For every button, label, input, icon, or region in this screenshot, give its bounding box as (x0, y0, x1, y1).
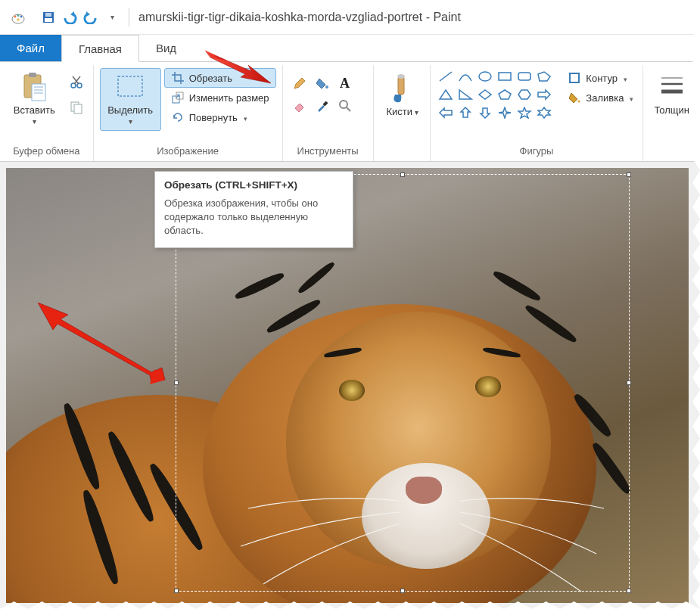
resize-icon (171, 91, 185, 104)
ribbon: Вставить Буфер обмена Выделить Обрезать (0, 62, 700, 162)
svg-rect-46 (570, 73, 579, 82)
picker-icon[interactable] (312, 95, 333, 117)
svg-point-25 (340, 101, 347, 108)
svg-marker-43 (499, 107, 511, 118)
svg-rect-19 (74, 104, 82, 113)
svg-rect-32 (518, 73, 530, 80)
svg-point-14 (71, 83, 76, 88)
tab-view[interactable]: Вид (139, 35, 193, 61)
paste-button[interactable]: Вставить (6, 68, 63, 131)
fillshape-icon (568, 91, 581, 104)
svg-point-4 (17, 18, 20, 21)
group-tools: A Инструменты (283, 65, 374, 161)
window-title: amurskii-tigr-tigr-dikaia-koshka-morda-v… (138, 11, 461, 24)
rotate-label: Повернуть (189, 112, 238, 123)
thickness-label: Толщин (654, 105, 689, 116)
outline-icon (568, 71, 581, 85)
shape-rtriangle-icon[interactable] (456, 86, 474, 103)
svg-rect-27 (398, 76, 404, 95)
magnifier-icon[interactable] (334, 95, 356, 117)
shape-arrowr-icon[interactable] (535, 86, 553, 103)
svg-marker-41 (461, 107, 470, 117)
shape-line-icon[interactable] (437, 68, 455, 85)
clipboard-group-label: Буфер обмена (6, 144, 87, 160)
cut-icon[interactable] (66, 71, 87, 92)
selection-handle[interactable] (174, 589, 179, 593)
svg-line-29 (440, 72, 452, 81)
annotation-arrow-crop (204, 50, 272, 91)
group-clipboard: Вставить Буфер обмена (0, 65, 94, 161)
tools-group-label: Инструменты (289, 144, 367, 160)
selection-handle[interactable] (627, 589, 631, 593)
svg-marker-37 (499, 90, 511, 99)
title-bar: ▾ amurskii-tigr-tigr-dikaia-koshka-morda… (0, 0, 700, 35)
selection-handle[interactable] (174, 381, 179, 385)
tab-home[interactable]: Главная (61, 35, 139, 62)
svg-point-3 (20, 15, 23, 17)
save-icon[interactable] (41, 10, 56, 25)
shape-arrowl-icon[interactable] (437, 104, 455, 121)
crop-icon (171, 71, 185, 85)
redo-icon[interactable] (83, 10, 98, 25)
copy-icon[interactable] (66, 97, 87, 118)
image-group-label: Изображение (100, 144, 276, 160)
svg-marker-34 (440, 90, 452, 99)
svg-marker-45 (538, 107, 550, 118)
thickness-button[interactable]: Толщин (649, 68, 695, 120)
shapes-gallery[interactable] (437, 68, 553, 121)
group-shapes: Контур Заливка Фигуры (431, 65, 642, 161)
rotate-icon (171, 110, 185, 124)
outline-button[interactable]: Контур (561, 68, 640, 88)
qat-customize-icon[interactable]: ▾ (104, 10, 120, 25)
tab-file[interactable]: Файл (0, 35, 61, 61)
outline-label: Контур (586, 73, 618, 84)
svg-rect-9 (29, 73, 36, 77)
brushes-label: Кисти (386, 107, 418, 117)
tooltip: Обрезать (CTRL+SHIFT+X) Обрезка изображе… (154, 171, 353, 248)
svg-marker-36 (479, 90, 491, 99)
shape-oval-icon[interactable] (476, 68, 494, 85)
brushes-group-label (380, 144, 425, 160)
selection-handle[interactable] (627, 381, 631, 385)
text-icon[interactable]: A (334, 73, 356, 94)
fill-button[interactable]: Заливка (561, 88, 640, 107)
tooltip-body: Обрезка изображения, чтобы оно содержало… (164, 197, 344, 238)
shape-curve-icon[interactable] (456, 68, 474, 85)
select-label: Выделить (105, 105, 156, 127)
shape-polygon-icon[interactable] (535, 68, 553, 85)
fill-icon[interactable] (312, 73, 333, 94)
shape-arrowd-icon[interactable] (476, 104, 494, 121)
divider (129, 8, 129, 26)
app-icon (11, 10, 26, 25)
shape-star4-icon[interactable] (496, 104, 514, 121)
svg-rect-31 (499, 73, 511, 80)
selection-handle[interactable] (627, 172, 631, 177)
svg-point-30 (479, 72, 491, 81)
shape-hexagon-icon[interactable] (515, 86, 534, 103)
rotate-button[interactable]: Повернуть (164, 107, 276, 127)
svg-point-1 (14, 15, 17, 17)
selection-handle[interactable] (400, 589, 405, 593)
svg-marker-44 (518, 107, 530, 118)
select-button[interactable]: Выделить (100, 68, 161, 131)
shape-star6-icon[interactable] (535, 104, 553, 121)
selection-handle[interactable] (400, 172, 405, 177)
svg-point-28 (397, 74, 405, 79)
shape-pentagon-icon[interactable] (496, 86, 514, 103)
shape-rect-icon[interactable] (496, 68, 514, 85)
eraser-icon[interactable] (289, 95, 310, 117)
pencil-icon[interactable] (289, 73, 310, 94)
undo-icon[interactable] (62, 10, 77, 25)
tooltip-title: Обрезать (CTRL+SHIFT+X) (164, 179, 344, 191)
svg-line-26 (347, 107, 350, 111)
shape-arrowu-icon[interactable] (456, 104, 474, 121)
shape-star5-icon[interactable] (515, 104, 534, 121)
brushes-button[interactable]: Кисти (380, 68, 425, 121)
shape-diamond-icon[interactable] (476, 86, 494, 103)
shape-triangle-icon[interactable] (437, 86, 455, 103)
svg-marker-33 (538, 72, 550, 81)
shape-roundrect-icon[interactable] (515, 68, 534, 85)
svg-marker-39 (538, 90, 550, 99)
svg-marker-40 (440, 108, 452, 117)
resize-label: Изменить размер (189, 92, 269, 104)
